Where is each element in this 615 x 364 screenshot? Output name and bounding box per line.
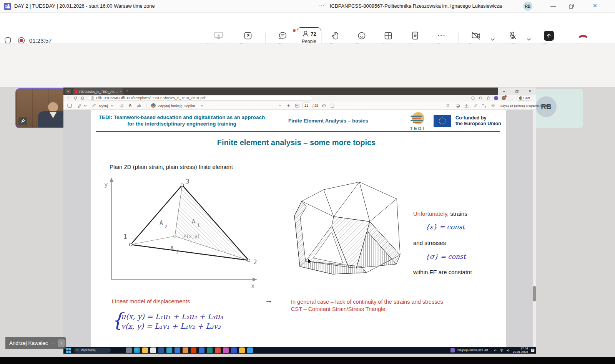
taskbar-app-icon[interactable] bbox=[142, 347, 148, 353]
taskbar-app-icon[interactable] bbox=[150, 347, 156, 353]
search-icon bbox=[76, 349, 79, 352]
text-style-icon[interactable]: A bbox=[129, 103, 131, 108]
tray-clock-date[interactable]: 20.01.2026 bbox=[513, 350, 528, 354]
camera-options-chevron-icon[interactable] bbox=[490, 38, 495, 42]
titlebar-overflow-menu[interactable]: ··· bbox=[318, 2, 325, 8]
more-icon: ··· bbox=[429, 30, 454, 41]
fullscreen-icon[interactable] bbox=[482, 103, 487, 108]
taskbar-app-icon[interactable] bbox=[231, 347, 237, 353]
eu-cofunded-line2: the European Union bbox=[455, 121, 501, 127]
draw-label[interactable]: Rysuj bbox=[99, 104, 108, 108]
scrollbar-thumb[interactable] bbox=[533, 286, 536, 301]
minimize-button[interactable]: — bbox=[547, 3, 559, 9]
copilot-chevron-icon[interactable] bbox=[200, 104, 204, 108]
rotate-icon[interactable] bbox=[322, 103, 326, 108]
news-widget-icon[interactable] bbox=[450, 348, 455, 352]
point-p-label: P(x,y) bbox=[183, 234, 200, 239]
copilot-ask-label[interactable]: Zapytaj funkcję Copilot bbox=[158, 104, 195, 108]
page-info-icon[interactable]: i bbox=[91, 96, 94, 100]
taskbar-app-icon[interactable] bbox=[239, 347, 245, 353]
mic-options-chevron-icon[interactable] bbox=[527, 38, 531, 42]
bottom-letterbox bbox=[0, 357, 615, 364]
notes-icon bbox=[403, 30, 427, 41]
news-widget-label[interactable]: Najpopularniejsze art... bbox=[457, 348, 491, 352]
tray-clock-time[interactable]: 17:08 bbox=[513, 347, 528, 350]
copilot-ask-icon[interactable] bbox=[151, 103, 156, 108]
zoom-out-icon[interactable]: — bbox=[51, 341, 55, 346]
taskbar-app-icon[interactable] bbox=[223, 347, 229, 353]
zoom-out-icon[interactable]: − bbox=[279, 103, 281, 108]
volume-icon[interactable] bbox=[506, 349, 510, 352]
back-icon[interactable] bbox=[66, 96, 71, 100]
draw-pen-icon[interactable] bbox=[92, 103, 96, 108]
highlighter-icon[interactable] bbox=[77, 103, 82, 108]
taskbar-search[interactable]: Wyszukaj bbox=[74, 348, 111, 353]
fit-width-icon[interactable] bbox=[295, 103, 299, 108]
mouse-cursor bbox=[308, 258, 312, 264]
slide-page: TEDI: Teamwork-based education and digit… bbox=[91, 110, 506, 347]
taskbar-app-icon[interactable] bbox=[175, 347, 180, 353]
highlighter-chevron-icon[interactable] bbox=[83, 104, 87, 108]
browser-restore-button[interactable] bbox=[515, 90, 519, 93]
eraser-icon[interactable] bbox=[120, 103, 124, 108]
taskbar-app-icon[interactable] bbox=[199, 347, 204, 353]
pdf-sidebar-icon[interactable] bbox=[67, 103, 72, 108]
print-icon[interactable] bbox=[455, 103, 460, 108]
settings-gear-icon[interactable] bbox=[491, 103, 495, 108]
restore-button[interactable] bbox=[569, 4, 574, 9]
tray-expand-chevron-icon[interactable] bbox=[494, 349, 497, 352]
read-aloud-icon[interactable] bbox=[471, 96, 475, 100]
area2-label: A bbox=[160, 220, 163, 227]
taskbar-app-icon[interactable] bbox=[126, 347, 132, 353]
tab-close-icon[interactable]: × bbox=[120, 90, 121, 94]
browser-minimize-button[interactable]: – bbox=[503, 89, 505, 93]
tab-search-chevron[interactable] bbox=[65, 89, 71, 94]
page-number-input[interactable]: 21 bbox=[303, 103, 310, 108]
taskbar-app-icon[interactable] bbox=[158, 347, 164, 353]
browser-scrollbar[interactable] bbox=[533, 110, 536, 347]
browser-close-button[interactable]: × bbox=[529, 89, 531, 93]
zoom-search-icon[interactable] bbox=[479, 96, 483, 100]
start-button-icon[interactable] bbox=[66, 348, 71, 353]
taskbar-app-icon[interactable] bbox=[183, 347, 188, 353]
home-icon[interactable] bbox=[80, 96, 85, 100]
favorites-star-icon[interactable] bbox=[486, 96, 490, 100]
zoom-in-icon[interactable]: + bbox=[287, 103, 290, 108]
browser-overflow-icon[interactable]: … bbox=[509, 96, 513, 100]
taskbar-app-icon[interactable] bbox=[166, 347, 172, 353]
browser-address-bar: i Plik D:/DocMSOff/TEDI/Templates/FEA/FE… bbox=[63, 95, 536, 101]
url-protocol-label: Plik bbox=[96, 96, 102, 100]
annotate-icon[interactable] bbox=[473, 103, 478, 108]
user-avatar[interactable]: RB bbox=[523, 2, 532, 11]
read-text-icon[interactable]: ab bbox=[137, 104, 141, 108]
network-icon[interactable] bbox=[500, 349, 504, 352]
taskbar-app-icon[interactable] bbox=[134, 347, 140, 353]
save-icon[interactable] bbox=[464, 103, 469, 108]
new-tab-button[interactable]: + bbox=[126, 88, 128, 94]
windows-taskbar: Wyszukaj Najpopularniejsze art... bbox=[63, 347, 536, 354]
url-field[interactable]: i Plik D:/DocMSOff/TEDI/Templates/FEA/FE… bbox=[88, 96, 312, 101]
page-view-icon[interactable] bbox=[330, 103, 335, 108]
taskbar-app-icon[interactable] bbox=[207, 347, 213, 353]
browser-tab[interactable]: FEAbasics_in_TEDI_AK01.pdf × bbox=[73, 88, 123, 95]
search-icon[interactable] bbox=[446, 103, 450, 108]
taskbar-app-icon[interactable] bbox=[215, 347, 221, 353]
chat-unread-dot bbox=[293, 29, 296, 32]
close-button[interactable]: × bbox=[589, 2, 601, 10]
meeting-toolbar: 01:23:57 Take control Pop out Chat 72 Pe… bbox=[0, 13, 615, 43]
zoom-in-icon[interactable]: + bbox=[58, 339, 65, 347]
refresh-icon[interactable] bbox=[73, 96, 78, 100]
tab-title: FEAbasics_in_TEDI_AK01.pdf bbox=[79, 90, 118, 94]
area1-sub: 1 bbox=[197, 223, 200, 228]
draw-chevron-icon[interactable] bbox=[110, 104, 114, 108]
notification-center-icon[interactable] bbox=[531, 348, 535, 352]
edit-with-acrobat-label[interactable]: Edytuj za pomocą programu Acrobat bbox=[500, 104, 550, 108]
taskbar-app-icon[interactable] bbox=[247, 347, 253, 353]
profile-avatar-icon[interactable] bbox=[502, 96, 506, 100]
extension-badge-icon[interactable] bbox=[494, 96, 498, 100]
strains-word: strains bbox=[449, 210, 467, 217]
copilot-chat-chip[interactable]: Czat bbox=[517, 96, 532, 101]
taskbar-app-icon[interactable] bbox=[191, 347, 196, 353]
browser-tabstrip: FEAbasics_in_TEDI_AK01.pdf × + – × bbox=[63, 88, 536, 95]
tedi-logo-caption: TEDI bbox=[407, 126, 428, 131]
